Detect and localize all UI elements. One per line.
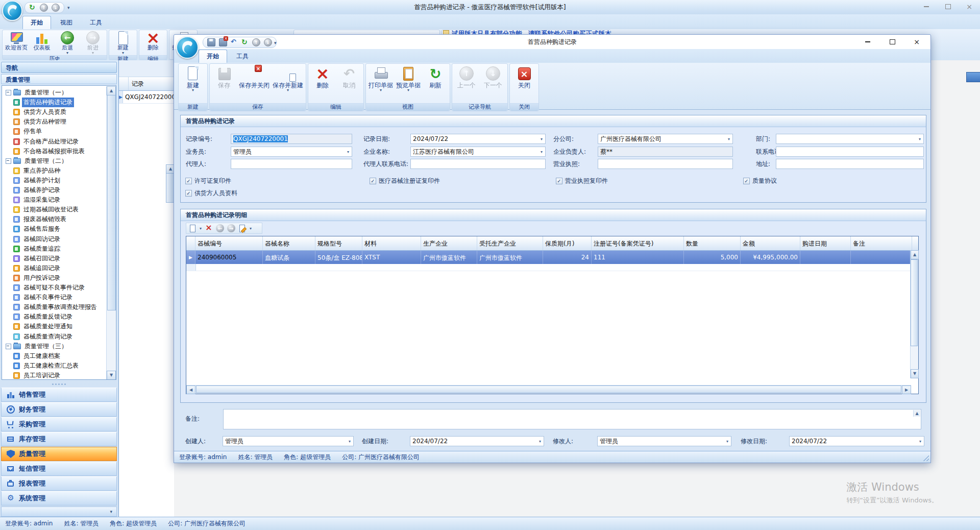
- dialog-close-button[interactable]: ×: [910, 37, 923, 46]
- sidebar-section-系统管理[interactable]: 系统管理: [1, 491, 117, 505]
- column-header-备注[interactable]: 备注: [851, 236, 912, 250]
- tree-item-器械养护记录[interactable]: 器械养护记录: [13, 185, 62, 195]
- toolbar-overflow-icon[interactable]: ▾: [250, 226, 252, 231]
- tree-item-器械召回记录[interactable]: 器械召回记录: [13, 254, 62, 263]
- scrollbar-thumb[interactable]: [166, 174, 174, 203]
- tab-开始[interactable]: 开始: [22, 16, 51, 29]
- tree-item-首营品种购进记录[interactable]: 首营品种购进记录: [13, 98, 74, 107]
- column-header-保质期(月)[interactable]: 保质期(月): [543, 236, 592, 250]
- column-header-购进日期[interactable]: 购进日期: [800, 236, 851, 250]
- 打印单据-button[interactable]: 打印单据▾: [367, 64, 395, 92]
- expand-minus-icon[interactable]: [6, 90, 11, 95]
- tree-item-器械质量事故调查处理报告[interactable]: 器械质量事故调查处理报告: [13, 302, 99, 312]
- tree-item-质量管理（二）[interactable]: 质量管理（二）: [4, 156, 69, 166]
- save-close-icon[interactable]: [219, 38, 227, 46]
- tree-item-器械售后服务[interactable]: 器械售后服务: [13, 224, 62, 234]
- next-row-icon[interactable]: [227, 224, 235, 232]
- scroll-up-icon[interactable]: ▲: [166, 164, 174, 174]
- field-记录编号[interactable]: QXGJ2407220001: [231, 134, 352, 144]
- next-icon[interactable]: [264, 38, 272, 46]
- field-联系电话[interactable]: [776, 147, 924, 157]
- resize-grip[interactable]: [923, 455, 929, 461]
- scroll-down-icon[interactable]: ▼: [107, 371, 116, 380]
- sidebar-section-采购管理[interactable]: 采购管理: [1, 417, 117, 431]
- tree-item-员工健康检查汇总表[interactable]: 员工健康检查汇总表: [13, 361, 80, 371]
- dialog-maximize-button[interactable]: [886, 37, 899, 46]
- qat-overflow-icon[interactable]: ▾: [67, 5, 70, 10]
- close-button[interactable]: ×: [963, 2, 976, 11]
- app-logo-icon[interactable]: [2, 1, 22, 21]
- checkbox-icon[interactable]: ✓: [743, 178, 750, 184]
- tree-item-温湿采集记录[interactable]: 温湿采集记录: [13, 195, 62, 205]
- sidebar-options-strip[interactable]: ▾: [1, 507, 117, 517]
- field-代理人联系电话[interactable]: [410, 159, 546, 169]
- dialog-logo-icon[interactable]: [176, 36, 199, 59]
- delete-row-icon[interactable]: [205, 224, 213, 232]
- sidebar-section-库存管理[interactable]: 库存管理: [1, 432, 117, 446]
- sidebar-section-财务管理[interactable]: 财务管理: [1, 402, 117, 417]
- field-创建人[interactable]: 管理员▾: [223, 436, 354, 446]
- field-营业执照[interactable]: [598, 159, 733, 169]
- field-业务员[interactable]: 管理员▾: [231, 147, 352, 157]
- 删除-button[interactable]: 删除: [140, 31, 166, 55]
- tree-item-不合格器械报损审批表[interactable]: 不合格器械报损审批表: [13, 147, 86, 156]
- field-部门[interactable]: ▾: [776, 134, 924, 144]
- tab-开始[interactable]: 开始: [199, 50, 227, 63]
- refresh-icon[interactable]: [241, 39, 249, 46]
- tree-item-器械质量追踪[interactable]: 器械质量追踪: [13, 244, 62, 254]
- column-header-注册证号(备案凭证号)[interactable]: 注册证号(备案凭证号): [592, 236, 684, 250]
- undo-icon[interactable]: [231, 39, 238, 46]
- tree-item-停售单[interactable]: 停售单: [13, 127, 43, 136]
- tree-item-器械可疑不良事件记录[interactable]: 器械可疑不良事件记录: [13, 283, 86, 293]
- tree-item-重点养护品种[interactable]: 重点养护品种: [13, 166, 62, 176]
- scroll-up-icon[interactable]: ▲: [911, 250, 919, 259]
- field-分公司[interactable]: 广州医疗器械有限公司▾: [598, 134, 733, 144]
- next-icon[interactable]: [52, 4, 60, 12]
- column-header-生产企业[interactable]: 生产企业: [421, 236, 477, 250]
- tree-item-报废器械销毁表[interactable]: 报废器械销毁表: [13, 214, 68, 224]
- 关闭-button[interactable]: 关闭: [511, 64, 537, 92]
- checkbox-供货方人员资料[interactable]: ✓供货方人员资料: [185, 189, 237, 197]
- field-企业负责人[interactable]: 蔡**: [598, 147, 733, 157]
- tree-item-供货方人员资质[interactable]: 供货方人员资质: [13, 107, 68, 117]
- edit-row-icon[interactable]: [238, 224, 247, 232]
- scroll-right-icon[interactable]: ▶: [902, 386, 911, 394]
- chevron-down-icon[interactable]: ▾: [724, 439, 731, 444]
- tree-item-器械质量处理通知[interactable]: 器械质量处理通知: [13, 322, 74, 331]
- chevron-down-icon[interactable]: ▾: [538, 150, 545, 154]
- 新建-button[interactable]: 新建▾: [180, 64, 206, 92]
- 后退-button[interactable]: 后退▾: [55, 31, 80, 55]
- 删除-button[interactable]: 删除: [309, 64, 336, 92]
- scroll-up-icon[interactable]: ▲: [913, 410, 920, 417]
- field-地址[interactable]: [776, 159, 924, 169]
- scrollbar-thumb[interactable]: [196, 386, 901, 393]
- scroll-up-icon[interactable]: ▲: [107, 86, 116, 95]
- chevron-down-icon[interactable]: ▾: [538, 137, 545, 141]
- 新建-button[interactable]: 新建▾: [110, 31, 136, 55]
- maximize-button[interactable]: [941, 2, 954, 11]
- refresh-icon[interactable]: [29, 4, 36, 11]
- list-row[interactable]: ▶ QXGJ2407220001: [119, 91, 174, 104]
- tab-工具[interactable]: 工具: [82, 16, 110, 29]
- chevron-down-icon[interactable]: ▾: [200, 226, 202, 231]
- tree-item-质量管理（三）[interactable]: 质量管理（三）: [4, 342, 69, 351]
- qat-overflow-icon[interactable]: ▾: [274, 40, 277, 45]
- 保存并关闭-button[interactable]: 保存并关闭: [237, 64, 271, 92]
- sidebar-section-短信管理[interactable]: 短信管理: [1, 462, 117, 476]
- tree-item-器械不良事件记录[interactable]: 器械不良事件记录: [13, 293, 74, 302]
- scrollbar-thumb[interactable]: [911, 259, 918, 346]
- checkbox-医疗器械注册证复印件[interactable]: ✓医疗器械注册证复印件: [370, 177, 440, 184]
- list-column-header[interactable]: 记录: [129, 77, 144, 90]
- field-修改日期[interactable]: 2024/07/22▾: [789, 436, 924, 446]
- checkbox-icon[interactable]: ✓: [370, 178, 376, 184]
- docked-panel-tab[interactable]: [966, 72, 980, 82]
- field-修改人[interactable]: 管理员▾: [597, 436, 731, 446]
- column-header-材料[interactable]: 材料: [362, 236, 421, 250]
- sidebar-section-报表管理[interactable]: 报表管理: [1, 476, 117, 491]
- new-row-icon[interactable]: [188, 224, 197, 232]
- tree-item-员工健康档案[interactable]: 员工健康档案: [13, 351, 62, 361]
- expand-minus-icon[interactable]: [6, 344, 11, 349]
- tree-item-不合格产品处理记录[interactable]: 不合格产品处理记录: [13, 137, 80, 147]
- chevron-down-icon[interactable]: ▾: [725, 137, 732, 141]
- checkbox-icon[interactable]: ✓: [556, 178, 562, 184]
